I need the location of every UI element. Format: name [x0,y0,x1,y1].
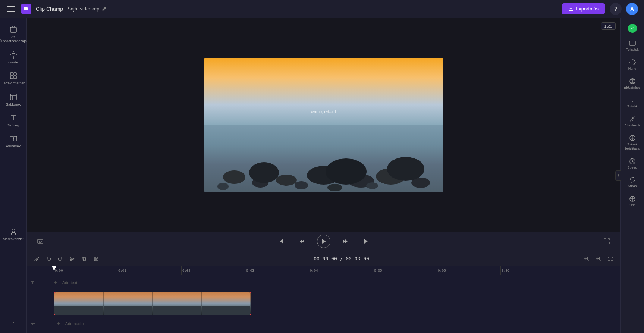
svg-point-3 [12,53,15,56]
save-button[interactable] [91,254,101,264]
sidebar-item-media[interactable]: Az Önadathordozója [1,22,25,46]
video-clip[interactable] [54,292,251,315]
topbar-left: Clip Champ Saját videokép [6,4,107,14]
svg-point-25 [387,157,424,181]
text-track-label [27,280,54,285]
forward-button[interactable] [339,235,351,247]
sidebar-item-transitions[interactable]: Átúnések [1,132,25,151]
check-badge-container: ✓ [628,21,637,36]
svg-point-21 [295,181,308,189]
play-button[interactable] [317,235,330,248]
fullscreen-button-container [601,235,613,247]
timeline-ruler: 0:00 0:01 0:02 0:03 0:04 0:05 0:06 0:07 [27,266,620,275]
svg-point-23 [366,182,378,189]
rewind-button[interactable] [296,235,308,247]
sidebar-item-templates[interactable]: Sablonok [1,90,25,109]
clip-frame-1 [54,292,79,315]
app-title: Clip Champ [36,6,63,12]
clip-frame-4 [128,292,153,315]
right-panel-color[interactable]: Szín [621,192,644,210]
zoom-controls [581,254,616,264]
app-logo [21,4,31,14]
right-panel-colorgrade[interactable]: Előszínítés [621,75,644,93]
ruler-mark-2: 0:02 [181,266,191,275]
text-track-row: + Add text [27,275,620,290]
topbar: Clip Champ Saját videokép Exportálás ? A [0,0,644,18]
right-panel-colorcorrect[interactable]: Színek beállítása [621,131,644,154]
svg-rect-2 [10,27,16,32]
clip-frame-8 [226,292,251,315]
hamburger-menu[interactable] [6,5,16,13]
right-panel-captions[interactable]: Feliratok [621,37,644,55]
zoom-fit-button[interactable] [605,254,616,264]
user-avatar[interactable]: A [626,3,638,15]
video-track-row [27,290,620,317]
svg-point-30 [70,259,72,261]
fullscreen-button[interactable] [601,235,613,247]
right-panel-filters[interactable]: Szűrők [621,93,644,111]
project-name: Saját videokép [67,6,107,12]
delete-button[interactable] [79,254,89,264]
clip-thumbnail [54,292,251,315]
aspect-ratio-badge: 16:9 [601,22,616,30]
svg-point-29 [70,257,72,258]
left-sidebar: Az Önadathordozója create Tartalomtárnár [0,18,27,333]
playback-controls [27,232,620,251]
clip-frame-5 [153,292,177,315]
sidebar-item-brand[interactable]: Márkakészlet [1,224,25,244]
right-panel-effects[interactable]: Effektusok [621,112,644,131]
svg-point-26 [249,162,279,183]
audio-track-label [27,321,54,326]
svg-rect-8 [10,94,16,100]
undo-button[interactable] [43,254,54,264]
timeline-playhead[interactable] [54,266,54,275]
svg-rect-7 [14,76,16,79]
timeline-tracks: + Add text [27,275,620,333]
svg-rect-9 [10,136,13,141]
captions-button[interactable] [34,235,46,247]
right-sidebar: ✓ Feliratok Hang Előszínítés Szűrők Effe… [620,18,644,333]
svg-rect-5 [14,73,16,75]
svg-rect-10 [14,136,17,141]
topbar-right: Exportálás ? A [562,3,638,15]
svg-rect-0 [24,7,28,10]
right-panel-rotate[interactable]: Átírás [621,173,644,191]
timeline-area: 00:00.00 / 00:03.00 0:00 [27,251,620,333]
timeline-toolbar: 00:00.00 / 00:03.00 [27,251,620,266]
help-button[interactable]: ? [610,3,622,15]
right-panel-audio[interactable]: Hang [621,56,644,74]
right-sidebar-collapse[interactable] [615,170,621,181]
clip-frame-7 [202,292,226,315]
sidebar-item-text[interactable]: Szöveg [1,111,25,130]
skip-to-end-button[interactable] [360,235,372,247]
captions-toggle [34,235,46,247]
text-track-content: + Add text [54,275,620,290]
export-button[interactable]: Exportálás [562,3,605,14]
svg-point-13 [223,170,245,184]
clip-frame-6 [177,292,202,315]
svg-rect-4 [10,73,13,75]
sidebar-item-library[interactable]: Tartalomtárnár [1,69,25,88]
ruler-mark-5: 0:05 [373,266,382,275]
svg-point-20 [217,183,229,190]
sidebar-item-create[interactable]: create [1,48,25,67]
magic-tool-button[interactable] [31,254,42,264]
sidebar-expand-icon[interactable] [8,317,19,329]
add-text-button[interactable]: + Add text [54,280,77,285]
right-panel-speed[interactable]: Speed [621,154,644,173]
main-area: Az Önadathordozója create Tartalomtárnár [0,18,644,333]
timeline-time-display: 00:00.00 / 00:03.00 [103,256,580,261]
video-preview: &amp; rekord [204,58,443,192]
zoom-out-button[interactable] [581,254,592,264]
svg-point-11 [12,229,15,232]
zoom-in-button[interactable] [593,254,604,264]
ruler-mark-7: 0:07 [500,266,510,275]
add-audio-button[interactable]: + Add audio [57,321,84,326]
redo-button[interactable] [55,254,66,264]
skip-to-start-button[interactable] [275,235,287,247]
svg-point-22 [327,184,342,191]
ruler-mark-3: 0:03 [245,266,254,275]
cut-button[interactable] [67,254,78,264]
video-wrapper: &amp; rekord [204,58,443,192]
clip-frame-2 [79,292,104,315]
